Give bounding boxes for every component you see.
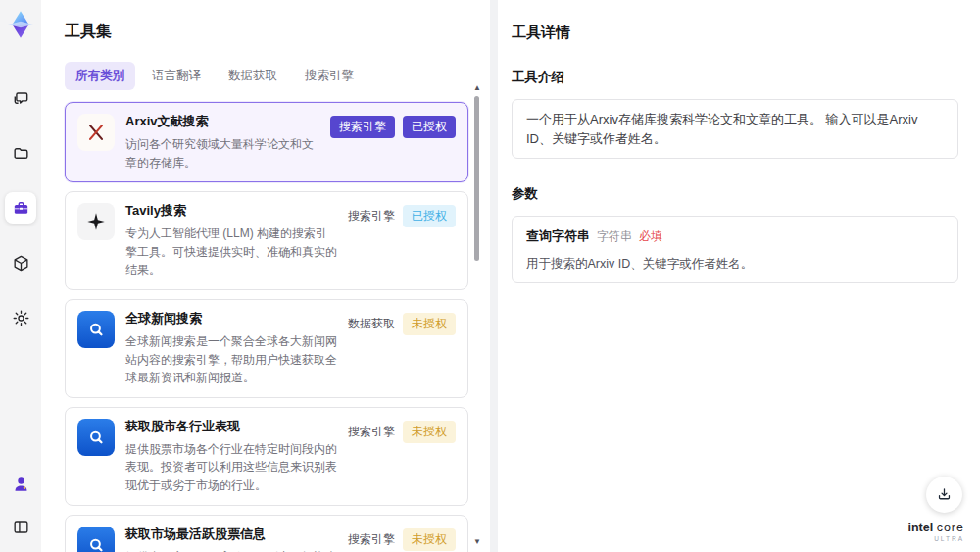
nav-chat[interactable] bbox=[5, 82, 36, 114]
nav-account[interactable] bbox=[5, 468, 36, 499]
intro-box: 一个用于从Arxiv存储库搜索科学论文和文章的工具。 输入可以是Arxiv ID… bbox=[512, 99, 958, 159]
intro-text: 一个用于从Arxiv存储库搜索科学论文和文章的工具。 输入可以是Arxiv ID… bbox=[526, 112, 917, 146]
scrollbar-thumb[interactable] bbox=[474, 96, 479, 261]
blue-search-logo-icon bbox=[77, 527, 115, 552]
left-rail bbox=[0, 0, 41, 552]
nav-packages[interactable] bbox=[5, 247, 36, 278]
tool-card-tavily[interactable]: Tavily搜索 专为人工智能代理 (LLM) 构建的搜索引擎工具。可快速提供实… bbox=[65, 191, 468, 290]
category-badge: 搜索引擎 bbox=[348, 208, 395, 225]
brand-intel: intel bbox=[907, 521, 933, 534]
gear-icon bbox=[12, 309, 30, 327]
param-type: 字符串 bbox=[597, 227, 632, 245]
panel-toggle-icon bbox=[12, 518, 30, 536]
tab-all-categories[interactable]: 所有类别 bbox=[65, 62, 135, 90]
tab-data-retrieval[interactable]: 数据获取 bbox=[218, 62, 288, 90]
page-title: 工具集 bbox=[65, 22, 468, 42]
brand-core: core bbox=[937, 521, 964, 534]
auth-badge: 未授权 bbox=[403, 528, 456, 551]
tool-name: 获取股市各行业表现 bbox=[125, 418, 337, 435]
scroll-down-arrow[interactable]: ▼ bbox=[473, 538, 481, 546]
tool-detail-panel: 工具详情 工具介绍 一个用于从Arxiv存储库搜索科学论文和文章的工具。 输入可… bbox=[498, 0, 980, 552]
params-heading: 参数 bbox=[512, 185, 958, 203]
category-badge: 搜索引擎 bbox=[330, 116, 395, 138]
nav-settings[interactable] bbox=[5, 302, 36, 333]
rail-bottom bbox=[5, 468, 36, 542]
tool-desc: 全球新闻搜索是一个聚合全球各大新闻网站内容的搜索引擎，帮助用户快速获取全球最新资… bbox=[125, 332, 337, 387]
intel-core-logo: intel core ultra bbox=[907, 522, 964, 542]
auth-badge: 未授权 bbox=[403, 313, 456, 335]
tool-name: Tavily搜索 bbox=[125, 202, 337, 220]
tool-desc: 专为人工智能代理 (LLM) 构建的搜索引擎工具。可快速提供实时、准确和真实的结… bbox=[125, 225, 337, 279]
download-icon bbox=[936, 486, 953, 503]
download-button[interactable] bbox=[926, 477, 962, 513]
arxiv-x-logo-icon bbox=[77, 114, 115, 151]
tool-card-global-news[interactable]: 全球新闻搜索 全球新闻搜索是一个聚合全球各大新闻网站内容的搜索引擎，帮助用户快速… bbox=[65, 299, 468, 398]
chat-icon bbox=[12, 89, 30, 108]
param-desc: 用于搜索的Arxiv ID、关键字或作者姓名。 bbox=[526, 255, 944, 274]
blue-search-logo-icon bbox=[77, 419, 115, 456]
app-logo[interactable] bbox=[4, 8, 37, 41]
tab-language-translation[interactable]: 语言翻译 bbox=[141, 62, 212, 90]
rail-nav bbox=[5, 82, 36, 333]
tools-panel: 工具集 所有类别 语言翻译 数据获取 搜索引擎 Arxiv文献搜索 访问各个研究… bbox=[41, 0, 490, 552]
detail-title: 工具详情 bbox=[512, 24, 958, 42]
nav-files[interactable] bbox=[5, 137, 36, 169]
category-tabs: 所有类别 语言翻译 数据获取 搜索引擎 bbox=[65, 62, 468, 90]
nav-panel-toggle[interactable] bbox=[5, 511, 36, 542]
tool-name: 全球新闻搜索 bbox=[125, 310, 337, 327]
tool-list: Arxiv文献搜索 访问各个研究领域大量科学论文和文章的存储库。 搜索引擎 已授… bbox=[65, 102, 468, 552]
tool-name: Arxiv文献搜索 bbox=[125, 113, 319, 130]
blue-search-logo-icon bbox=[77, 311, 115, 348]
tool-desc: 提供股票市场各个行业在特定时间段内的表现。投资者可以利用这些信息来识别表现优于或… bbox=[125, 440, 337, 495]
tab-search-engine[interactable]: 搜索引擎 bbox=[294, 62, 365, 90]
tool-desc: 访问各个研究领域大量科学论文和文章的存储库。 bbox=[125, 135, 319, 172]
tavily-star-logo-icon bbox=[77, 203, 115, 240]
category-badge: 数据获取 bbox=[348, 316, 395, 332]
toolbox-icon bbox=[12, 199, 30, 218]
nav-toolbox[interactable] bbox=[5, 192, 36, 224]
auth-badge: 已授权 bbox=[403, 116, 456, 138]
tool-card-arxiv[interactable]: Arxiv文献搜索 访问各个研究领域大量科学论文和文章的存储库。 搜索引擎 已授… bbox=[65, 102, 468, 182]
scroll-up-arrow[interactable]: ▲ bbox=[473, 84, 481, 92]
panel-divider bbox=[490, 0, 498, 552]
brand-sub: ultra bbox=[907, 535, 964, 542]
tool-name: 获取市场最活跃股票信息 bbox=[125, 526, 337, 543]
folder-icon bbox=[12, 144, 30, 163]
category-badge: 搜索引擎 bbox=[348, 424, 395, 440]
cube-icon bbox=[12, 254, 30, 273]
auth-badge: 未授权 bbox=[403, 421, 456, 443]
tool-card-sector-performance[interactable]: 获取股市各行业表现 提供股票市场各个行业在特定时间段内的表现。投资者可以利用这些… bbox=[65, 407, 468, 506]
user-icon bbox=[12, 475, 30, 493]
auth-badge: 已授权 bbox=[403, 205, 456, 227]
param-box: 查询字符串 字符串 必填 用于搜索的Arxiv ID、关键字或作者姓名。 bbox=[512, 216, 958, 283]
param-required-badge: 必填 bbox=[639, 227, 662, 245]
tool-desc: 提供当天交易量最高的股票列表。投资者可以利用这些信息来识别流动性强的股票和潜在的… bbox=[125, 548, 337, 552]
category-badge: 搜索引擎 bbox=[348, 531, 395, 548]
list-scrollbar[interactable]: ▲ ▼ bbox=[473, 84, 481, 546]
intro-heading: 工具介绍 bbox=[512, 69, 958, 86]
param-name: 查询字符串 bbox=[526, 226, 590, 246]
tool-card-most-active-stocks[interactable]: 获取市场最活跃股票信息 提供当天交易量最高的股票列表。投资者可以利用这些信息来识… bbox=[65, 515, 468, 552]
